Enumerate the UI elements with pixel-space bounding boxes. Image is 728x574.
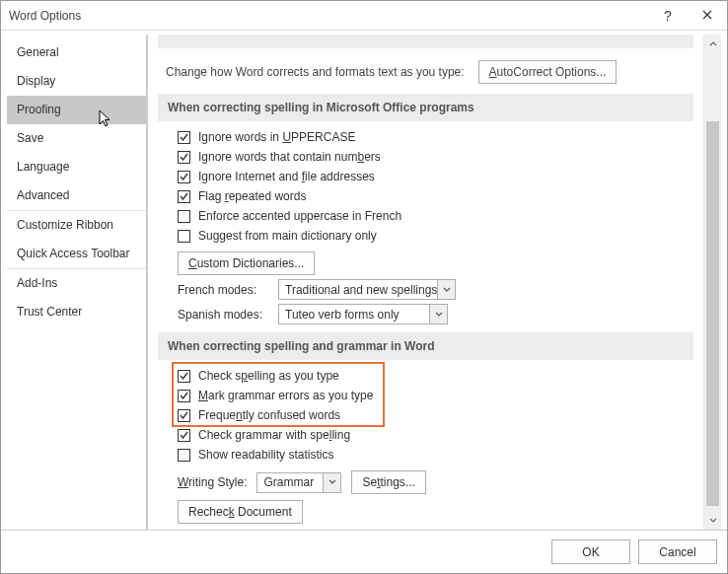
- sidebar-item-add-ins[interactable]: Add-Ins: [7, 268, 146, 298]
- group-heading-word: When correcting spelling and grammar in …: [158, 332, 693, 360]
- sidebar-item-advanced[interactable]: Advanced: [7, 181, 146, 210]
- help-icon: ?: [664, 8, 672, 24]
- ok-button[interactable]: OK: [551, 539, 630, 564]
- dialog-footer: OK Cancel: [1, 530, 727, 573]
- label-flag-repeated: Flag repeated words: [198, 189, 306, 203]
- scroll-up-icon[interactable]: [704, 35, 721, 52]
- chevron-down-icon: [437, 280, 455, 299]
- checkbox-readability[interactable]: [178, 449, 190, 462]
- category-sidebar: General Display Proofing Save Language A…: [7, 35, 147, 530]
- sidebar-item-language[interactable]: Language: [7, 153, 146, 181]
- spanish-modes-value: Tuteo verb forms only: [285, 308, 429, 322]
- vertical-scrollbar[interactable]: [703, 35, 721, 530]
- custom-dictionaries-button[interactable]: Custom Dictionaries...: [178, 251, 315, 275]
- checkbox-ignore-internet[interactable]: [178, 171, 190, 183]
- scroll-down-icon[interactable]: [704, 512, 721, 530]
- sidebar-item-display[interactable]: Display: [7, 67, 146, 96]
- settings-button[interactable]: Settings...: [351, 470, 425, 494]
- checkbox-ignore-numbers[interactable]: [178, 151, 190, 164]
- label-readability: Show readability statistics: [198, 448, 333, 462]
- section-strip: [158, 35, 693, 48]
- french-modes-combo[interactable]: Traditional and new spellings: [278, 279, 456, 300]
- checkbox-main-dictionary[interactable]: [178, 230, 190, 243]
- autocorrect-options-button[interactable]: AutoCorrect Options...: [478, 60, 618, 84]
- checkbox-enforce-french-accent[interactable]: [178, 210, 190, 223]
- label-main-dictionary: Suggest from main dictionary only: [198, 229, 377, 243]
- writing-style-value: Grammar: [263, 475, 323, 489]
- sidebar-item-customize-ribbon[interactable]: Customize Ribbon: [7, 210, 146, 240]
- word-options-dialog: Word Options ? General Display Proofing …: [0, 0, 728, 574]
- sidebar-item-general[interactable]: General: [7, 38, 146, 67]
- sidebar-item-quick-access-toolbar[interactable]: Quick Access Toolbar: [7, 240, 146, 268]
- scroll-thumb[interactable]: [706, 121, 719, 506]
- autocorrect-description: Change how Word corrects and formats tex…: [166, 65, 465, 79]
- scroll-track[interactable]: [704, 52, 721, 512]
- sidebar-item-trust-center[interactable]: Trust Center: [7, 298, 146, 326]
- autocorrect-row: Change how Word corrects and formats tex…: [166, 60, 693, 84]
- chevron-down-icon: [323, 473, 340, 492]
- chevron-down-icon: [429, 305, 447, 323]
- sidebar-item-save[interactable]: Save: [7, 124, 146, 153]
- writing-style-label: Writing Style:: [178, 475, 247, 489]
- checkbox-ignore-uppercase[interactable]: [178, 131, 190, 144]
- cancel-button[interactable]: Cancel: [638, 539, 717, 564]
- checkbox-flag-repeated[interactable]: [178, 190, 190, 203]
- help-button[interactable]: ?: [648, 1, 688, 30]
- close-button[interactable]: [688, 1, 727, 30]
- label-enforce-french-accent: Enforce accented uppercase in French: [198, 209, 401, 223]
- label-grammar-with-spelling: Check grammar with spelling: [198, 428, 350, 442]
- window-title: Word Options: [9, 9, 648, 23]
- spanish-modes-label: Spanish modes:: [178, 308, 272, 322]
- sidebar-item-proofing[interactable]: Proofing: [7, 96, 146, 124]
- recheck-document-button[interactable]: Recheck Document: [178, 500, 303, 524]
- label-ignore-uppercase: Ignore words in UPPERCASE: [198, 130, 355, 144]
- french-modes-value: Traditional and new spellings: [285, 283, 437, 297]
- group-heading-office: When correcting spelling in Microsoft Of…: [158, 94, 693, 121]
- checkbox-grammar-with-spelling[interactable]: [178, 429, 190, 442]
- label-ignore-internet: Ignore Internet and file addresses: [198, 170, 375, 183]
- spanish-modes-combo[interactable]: Tuteo verb forms only: [278, 304, 448, 324]
- close-icon: [702, 9, 712, 23]
- writing-style-combo[interactable]: Grammar: [256, 472, 341, 493]
- titlebar: Word Options ?: [1, 1, 727, 31]
- label-ignore-numbers: Ignore words that contain numbers: [198, 150, 381, 164]
- french-modes-label: French modes:: [178, 283, 272, 297]
- options-content: Change how Word corrects and formats tex…: [148, 35, 721, 530]
- highlight-annotation: [172, 362, 385, 427]
